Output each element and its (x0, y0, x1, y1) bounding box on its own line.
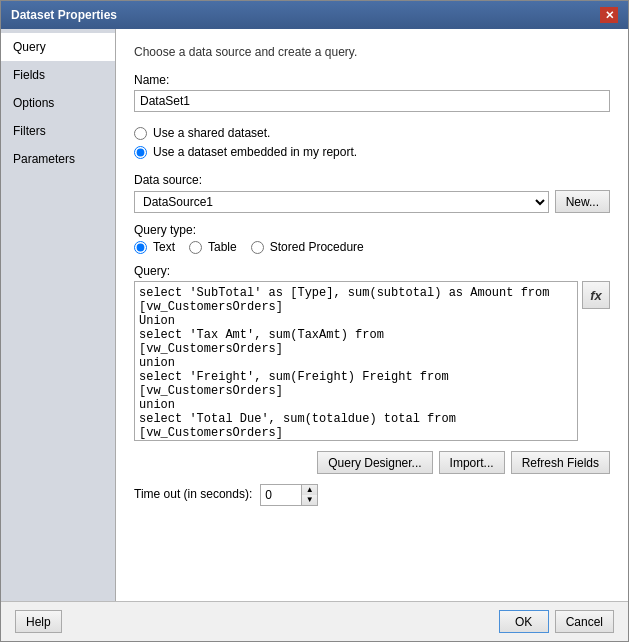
query-textarea[interactable]: select 'SubTotal' as [Type], sum(subtota… (134, 281, 578, 441)
spinner-up-button[interactable]: ▲ (301, 485, 317, 495)
query-type-table-label[interactable]: Table (189, 240, 237, 254)
sidebar-item-query[interactable]: Query (1, 33, 115, 61)
query-type-stored-proc-label[interactable]: Stored Procedure (251, 240, 364, 254)
dialog-dataset-properties: Dataset Properties ✕ Query Fields Option… (0, 0, 629, 642)
query-designer-button[interactable]: Query Designer... (317, 451, 432, 474)
ok-button[interactable]: OK (499, 610, 549, 633)
action-buttons: Query Designer... Import... Refresh Fiel… (134, 451, 610, 474)
query-type-label: Query type: (134, 223, 610, 237)
name-section: Name: (134, 73, 610, 112)
query-section: Query: select 'SubTotal' as [Type], sum(… (134, 264, 610, 441)
cancel-button[interactable]: Cancel (555, 610, 614, 633)
help-button[interactable]: Help (15, 610, 62, 633)
sidebar: Query Fields Options Filters Parameters (1, 29, 116, 601)
radio-shared[interactable] (134, 127, 147, 140)
sidebar-item-filters[interactable]: Filters (1, 117, 115, 145)
datasource-section: Data source: DataSource1 New... (134, 173, 610, 213)
query-type-text-label[interactable]: Text (134, 240, 175, 254)
sidebar-item-fields[interactable]: Fields (1, 61, 115, 89)
title-bar: Dataset Properties ✕ (1, 1, 628, 29)
datasource-row: DataSource1 New... (134, 190, 610, 213)
query-type-stored-proc-radio[interactable] (251, 241, 264, 254)
timeout-input[interactable] (261, 485, 301, 505)
timeout-section: Time out (in seconds): ▲ ▼ (134, 484, 610, 506)
query-type-section: Query type: Text Table Stored Procedure (134, 223, 610, 254)
query-area-wrapper: select 'SubTotal' as [Type], sum(subtota… (134, 281, 610, 441)
query-type-text-radio[interactable] (134, 241, 147, 254)
radio-shared-label[interactable]: Use a shared dataset. (134, 126, 610, 140)
radio-embedded-label[interactable]: Use a dataset embedded in my report. (134, 145, 610, 159)
dataset-type-group: Use a shared dataset. Use a dataset embe… (134, 126, 610, 159)
import-button[interactable]: Import... (439, 451, 505, 474)
spinner-down-button[interactable]: ▼ (301, 495, 317, 505)
sidebar-item-parameters[interactable]: Parameters (1, 145, 115, 173)
footer-right: OK Cancel (499, 610, 614, 633)
datasource-select[interactable]: DataSource1 (134, 191, 549, 213)
dialog-title: Dataset Properties (11, 8, 117, 22)
dialog-footer: Help OK Cancel (1, 601, 628, 641)
refresh-fields-button[interactable]: Refresh Fields (511, 451, 610, 474)
fx-button[interactable]: fx (582, 281, 610, 309)
dialog-body: Query Fields Options Filters Parameters … (1, 29, 628, 601)
radio-embedded[interactable] (134, 146, 147, 159)
timeout-spinner: ▲ ▼ (301, 485, 317, 505)
sidebar-item-options[interactable]: Options (1, 89, 115, 117)
datasource-label: Data source: (134, 173, 610, 187)
query-type-table-radio[interactable] (189, 241, 202, 254)
name-input[interactable] (134, 90, 610, 112)
new-button[interactable]: New... (555, 190, 610, 213)
query-label: Query: (134, 264, 610, 278)
query-type-row: Text Table Stored Procedure (134, 240, 610, 254)
timeout-input-wrapper: ▲ ▼ (260, 484, 318, 506)
close-button[interactable]: ✕ (600, 7, 618, 23)
main-content: Choose a data source and create a query.… (116, 29, 628, 601)
name-label: Name: (134, 73, 610, 87)
instruction-text: Choose a data source and create a query. (134, 45, 610, 59)
timeout-label: Time out (in seconds): (134, 487, 252, 501)
